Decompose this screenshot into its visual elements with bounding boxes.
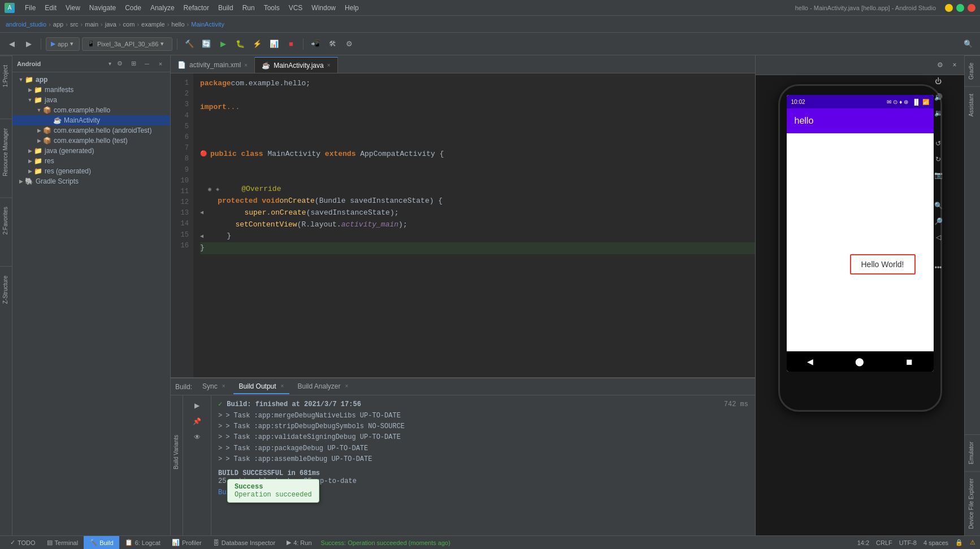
- breadcrumb-app[interactable]: app: [53, 21, 63, 28]
- maximize-button[interactable]: □: [956, 4, 964, 12]
- tree-item-com-example-hello[interactable]: ▼ 📦 com.example.hello: [12, 105, 170, 115]
- menu-code[interactable]: Code: [120, 0, 146, 15]
- back-navigation-button[interactable]: ◀: [5, 37, 19, 51]
- menu-window[interactable]: Window: [307, 0, 340, 15]
- breadcrumb-hello[interactable]: hello: [171, 21, 184, 28]
- tree-item-res[interactable]: ▶ 📁 res: [12, 156, 170, 166]
- sync-button[interactable]: 🔄: [199, 37, 214, 51]
- back-gesture-button[interactable]: ◁: [932, 231, 944, 243]
- search-everywhere-button[interactable]: 🔍: [961, 37, 975, 51]
- tree-item-mainactivity[interactable]: ▶ ☕ MainActivity: [12, 115, 170, 125]
- power-button[interactable]: ⏻: [932, 75, 944, 88]
- menu-tools[interactable]: Tools: [259, 0, 284, 15]
- panel-close-button[interactable]: ×: [155, 59, 166, 69]
- zoom-out-button[interactable]: 🔎: [932, 215, 944, 228]
- build-sidebar-eye[interactable]: 👁: [190, 430, 204, 444]
- status-run[interactable]: ▶ 4: Run: [281, 536, 317, 549]
- breadcrumb-example[interactable]: example: [141, 21, 165, 28]
- volume-up-button[interactable]: 🔊: [932, 91, 944, 103]
- build-output-area[interactable]: ✓ Build: finished at 2021/3/7 17:56 742 …: [211, 395, 755, 535]
- tab-mainactivity-java[interactable]: ☕ MainActivity.java ×: [255, 57, 337, 73]
- tab-build-analyzer-close[interactable]: ×: [345, 383, 349, 389]
- run-config-combo[interactable]: ▶ app ▾: [46, 37, 80, 51]
- status-build[interactable]: 🔨 Build: [84, 536, 119, 549]
- menu-navigate[interactable]: Navigate: [85, 0, 120, 15]
- avd-manager-button[interactable]: 📲: [308, 37, 323, 51]
- code-editor[interactable]: 1 2 3 4 5 6 7 8 9 10 11 12 13 14 15 16: [171, 73, 755, 377]
- breadcrumb-android-studio[interactable]: android_studio: [6, 21, 46, 28]
- tab-activity-xml[interactable]: 📄 activity_main.xml ×: [171, 57, 255, 73]
- screenshot-button[interactable]: 📷: [932, 169, 944, 181]
- emulator-close-button[interactable]: ×: [948, 59, 961, 71]
- status-profiler[interactable]: 📊 Profiler: [166, 536, 207, 549]
- tab-close-java[interactable]: ×: [327, 62, 331, 68]
- profile-button[interactable]: 📊: [267, 37, 281, 51]
- breadcrumb-com[interactable]: com: [123, 21, 135, 28]
- attach-debugger-button[interactable]: ⚡: [250, 37, 264, 51]
- gradle-vtab[interactable]: Gradle: [965, 55, 980, 86]
- status-logcat[interactable]: 📋 6: Logcat: [119, 536, 166, 549]
- tab-close-xml[interactable]: ×: [244, 62, 248, 68]
- panel-cog-button[interactable]: ⚙: [115, 59, 125, 69]
- more-options-button[interactable]: •••: [932, 262, 944, 274]
- tab-sync-close[interactable]: ×: [222, 383, 226, 389]
- breadcrumb-src[interactable]: src: [70, 21, 79, 28]
- build-variants-label[interactable]: Build Variants: [171, 429, 183, 475]
- minimize-button[interactable]: ─: [945, 4, 953, 12]
- tree-item-manifests[interactable]: ▶ 📁 manifests: [12, 85, 170, 95]
- status-terminal[interactable]: ▤ Terminal: [41, 536, 84, 549]
- menu-file[interactable]: File: [20, 0, 40, 15]
- breadcrumb-mainactivity[interactable]: MainActivity: [191, 21, 224, 28]
- tree-item-androidtest[interactable]: ▶ 📦 com.example.hello (androidTest): [12, 125, 170, 136]
- menu-view[interactable]: View: [61, 0, 85, 15]
- project-panel-label[interactable]: 1:Project: [0, 55, 12, 96]
- panel-layout-button[interactable]: ⊞: [128, 59, 138, 69]
- menu-run[interactable]: Run: [238, 0, 259, 15]
- emulator-vtab[interactable]: Emulator: [965, 434, 980, 471]
- close-button[interactable]: ✕: [968, 4, 975, 12]
- menu-help[interactable]: Help: [340, 0, 363, 15]
- menu-vcs[interactable]: VCS: [284, 0, 307, 15]
- emulator-settings-button[interactable]: ⚙: [934, 59, 946, 71]
- tree-item-java-generated[interactable]: ▶ 📁 java (generated): [12, 146, 170, 156]
- build-sidebar-pin[interactable]: 📌: [190, 415, 204, 428]
- volume-down-button[interactable]: 🔉: [932, 107, 944, 119]
- zoom-in-button[interactable]: 🔍: [932, 199, 944, 212]
- menu-analyze[interactable]: Analyze: [146, 0, 179, 15]
- nav-back-icon[interactable]: ◀: [807, 357, 813, 366]
- status-todo[interactable]: ✓ TODO: [5, 536, 41, 549]
- tab-sync[interactable]: Sync ×: [197, 380, 231, 394]
- make-project-button[interactable]: 🔨: [182, 37, 197, 51]
- tree-item-gradle-scripts[interactable]: ▶ 🐘 Gradle Scripts: [12, 176, 170, 186]
- nav-home-icon[interactable]: ⬤: [855, 357, 864, 366]
- breadcrumb-java[interactable]: java: [105, 21, 116, 28]
- forward-navigation-button[interactable]: ▶: [21, 37, 36, 51]
- menu-edit[interactable]: Edit: [40, 0, 61, 15]
- menu-refactor[interactable]: Refactor: [179, 0, 214, 15]
- rotate-right-button[interactable]: ↻: [932, 153, 944, 165]
- assistant-vtab[interactable]: Assistant: [965, 86, 980, 124]
- device-file-explorer-vtab[interactable]: Device File Explorer: [965, 471, 980, 535]
- menu-build[interactable]: Build: [214, 0, 238, 15]
- debug-button[interactable]: 🐛: [233, 37, 248, 51]
- tab-build-output-close[interactable]: ×: [281, 383, 284, 389]
- rotate-left-button[interactable]: ↺: [932, 137, 944, 150]
- panel-collapse-button[interactable]: ─: [142, 59, 152, 69]
- run-button[interactable]: ▶: [216, 37, 231, 51]
- breadcrumb-main[interactable]: main: [85, 21, 98, 28]
- tree-item-app[interactable]: ▼ 📁 app: [12, 75, 170, 85]
- stop-button[interactable]: ■: [284, 37, 298, 51]
- settings-button[interactable]: ⚙: [342, 37, 357, 51]
- device-combo[interactable]: 📱 Pixel_3a_API_30_x86 ▾: [82, 37, 172, 51]
- tab-build-analyzer[interactable]: Build Analyzer ×: [292, 380, 354, 394]
- favorites-label[interactable]: 2:Favorites: [0, 197, 12, 243]
- status-database-inspector[interactable]: 🗄 Database Inspector: [207, 536, 281, 549]
- tree-item-res-generated[interactable]: ▶ 📁 res (generated): [12, 166, 170, 176]
- resource-manager-label[interactable]: Resource Manager: [0, 119, 12, 185]
- tree-item-java[interactable]: ▼ 📁 java: [12, 95, 170, 105]
- tab-build-output[interactable]: Build Output ×: [233, 380, 290, 394]
- tree-item-test[interactable]: ▶ 📦 com.example.hello (test): [12, 136, 170, 146]
- sdk-manager-button[interactable]: 🛠: [325, 37, 340, 51]
- structure-label[interactable]: Z-Structure: [0, 266, 12, 313]
- build-sidebar-rerun[interactable]: ▶: [190, 399, 204, 412]
